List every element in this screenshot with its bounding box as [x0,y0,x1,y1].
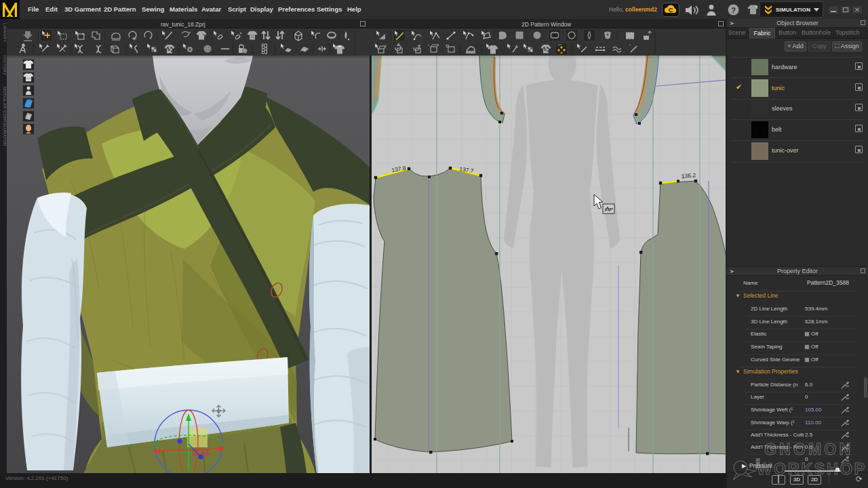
svg-text:C: C [669,7,673,14]
svg-text:THE: THE [755,458,760,469]
svg-text:559: 559 [605,207,612,211]
svg-text:GNOMON: GNOMON [764,441,853,458]
svg-text:?: ? [731,6,736,14]
svg-text:°: ° [428,44,430,48]
svg-text:WORKSHOP: WORKSHOP [757,460,867,478]
svg-text:136.2: 136.2 [681,171,696,180]
svg-text:°: ° [629,43,631,47]
